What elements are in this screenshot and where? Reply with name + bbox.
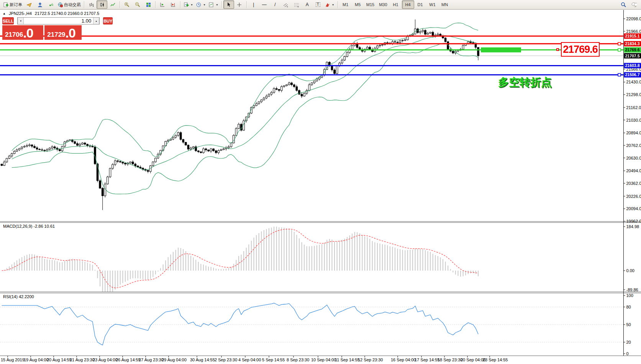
timeframe-m30-button[interactable]: M30	[377, 0, 389, 9]
new-order-button[interactable]: 新订单	[2, 0, 24, 9]
profile-button[interactable]	[34, 0, 45, 9]
svg-text:0.00: 0.00	[626, 268, 634, 273]
volume-input[interactable]	[24, 18, 93, 24]
horizontal-line-tool-button[interactable]: —	[259, 0, 270, 9]
svg-text:17 Sep 14:55: 17 Sep 14:55	[415, 357, 439, 362]
toolbar-separator	[155, 1, 156, 8]
timeframe-m15-button[interactable]: M15	[364, 0, 377, 9]
news-signal-button[interactable]	[45, 0, 56, 9]
buy-price-frac: .0	[66, 26, 75, 39]
key-level-highlight-bar[interactable]	[481, 47, 521, 52]
toolbar-separator	[84, 1, 84, 8]
price-axis-badge: 21915.1	[624, 33, 641, 39]
chart-canvas[interactable]: 22098.021966.021566.021430.021298.021162…	[0, 0, 641, 364]
trendline-icon: /	[274, 2, 275, 7]
sell-price-frac: .0	[23, 26, 33, 39]
sell-price-main: 21706	[5, 31, 23, 38]
candlestick-chart-button[interactable]	[97, 0, 107, 9]
svg-text:21603.8: 21603.8	[625, 63, 640, 68]
indicators-button[interactable]: ▼	[182, 0, 195, 9]
svg-text:21298.0: 21298.0	[626, 92, 641, 97]
line-anchor-marker[interactable]	[618, 49, 621, 51]
symbol-ohlc-bar: ▲ JPN225-,H4 21722.5 21740.0 21660.0 217…	[3, 11, 99, 16]
timeframe-mn-button[interactable]: MN	[439, 0, 451, 9]
search-icon	[621, 2, 626, 7]
timeframe-h1-button[interactable]: H1	[390, 0, 402, 9]
chart-shift-icon	[170, 2, 176, 7]
svg-text:0: 0	[626, 351, 629, 356]
clock-icon	[196, 2, 202, 7]
crosshair-tool-button[interactable]	[234, 0, 245, 9]
vertical-line-tool-button[interactable]: |	[248, 0, 259, 9]
indicators-icon	[184, 2, 189, 7]
auto-trading-button[interactable]: 自动交易	[56, 0, 82, 9]
crosshair-icon	[237, 2, 242, 7]
svg-text:23 Sep 14:55: 23 Sep 14:55	[483, 357, 508, 362]
text-label-tool-button[interactable]: T	[313, 0, 323, 9]
svg-text:20094.0: 20094.0	[626, 206, 641, 211]
price-axis-badge: 21834.3	[624, 41, 641, 46]
svg-text:5 Sep 14:55: 5 Sep 14:55	[262, 357, 285, 362]
send-icon	[26, 2, 32, 7]
chart-shift-button[interactable]	[168, 0, 179, 9]
price-axis-badge: 21769.6	[624, 47, 641, 52]
volume-increase-button[interactable]: ▲	[93, 18, 99, 24]
send-report-button[interactable]	[24, 0, 34, 9]
toolbar-separator	[120, 1, 120, 8]
symbol-name: JPN225-,H4	[9, 11, 32, 16]
price-level-text-label[interactable]: 21769.6	[561, 42, 600, 57]
svg-text:2 Sep 23:30: 2 Sep 23:30	[215, 357, 237, 362]
svg-text:10 Sep 04:00: 10 Sep 04:00	[311, 357, 336, 362]
new-order-label: 新订单	[10, 2, 22, 8]
timeframe-w1-button[interactable]: W1	[426, 0, 439, 9]
cursor-tool-button[interactable]	[223, 0, 234, 9]
auto-scroll-button[interactable]	[157, 0, 168, 9]
fibonacci-tool-button[interactable]	[291, 0, 302, 9]
macd-indicator-label: MACD(12,26,9) -2.86 10.61	[3, 224, 55, 229]
volume-stepper: ▼ ▲	[17, 17, 100, 24]
search-button[interactable]	[618, 0, 629, 9]
tile-windows-icon	[146, 2, 151, 7]
timeframe-m1-button[interactable]: M1	[339, 0, 352, 9]
price-axis-badge: 21707.5	[624, 53, 641, 59]
svg-text:80: 80	[626, 305, 631, 309]
price-level-anchor-marker[interactable]	[556, 48, 559, 51]
zoom-out-button[interactable]	[132, 0, 143, 9]
chat-icon	[631, 2, 637, 7]
trendline-tool-button[interactable]: /	[270, 0, 280, 9]
sell-button[interactable]: SELL	[2, 17, 14, 24]
timeframe-m5-button[interactable]: M5	[352, 0, 364, 9]
toolbar-separator	[246, 1, 247, 8]
toolbar-separator	[180, 1, 180, 8]
buy-price[interactable]: 21729 .0	[44, 25, 82, 40]
turning-point-annotation[interactable]: 多空转折点	[498, 75, 552, 90]
arrows-tool-button[interactable]: ▼	[323, 0, 336, 9]
svg-text:-89.86: -89.86	[626, 287, 638, 292]
profile-icon	[37, 2, 43, 7]
timeframe-h4-button[interactable]: H4	[402, 0, 414, 9]
line-anchor-marker[interactable]	[618, 73, 621, 76]
tile-windows-button[interactable]	[143, 0, 154, 9]
toolbar-separator	[221, 1, 222, 8]
rsi-indicator-label: RSI(14) 42.2200	[3, 294, 34, 299]
svg-text:15 Aug 2019: 15 Aug 2019	[1, 357, 25, 362]
zoom-out-icon	[135, 2, 140, 7]
line-anchor-marker[interactable]	[618, 42, 621, 45]
chat-button[interactable]	[629, 0, 639, 9]
line-chart-button[interactable]	[107, 0, 118, 9]
svg-text:100: 100	[626, 293, 633, 298]
svg-text:30 Aug 14:55: 30 Aug 14:55	[190, 357, 215, 362]
zoom-in-button[interactable]	[121, 0, 132, 9]
new-order-icon	[3, 2, 8, 7]
bar-chart-button[interactable]	[86, 0, 97, 9]
text-tool-button[interactable]: A	[302, 0, 313, 9]
timeframe-d1-button[interactable]: D1	[414, 0, 426, 9]
periods-button[interactable]: ▼	[195, 0, 207, 9]
sell-price[interactable]: 21706 .0	[2, 25, 43, 40]
templates-button[interactable]: ▼	[207, 0, 220, 9]
channel-tool-button[interactable]	[280, 0, 291, 9]
svg-text:19 Aug 04:00: 19 Aug 04:00	[24, 357, 49, 362]
volume-decrease-button[interactable]: ▼	[18, 18, 24, 24]
svg-text:20362.0: 20362.0	[626, 181, 641, 186]
buy-button[interactable]: BUY	[103, 17, 113, 24]
